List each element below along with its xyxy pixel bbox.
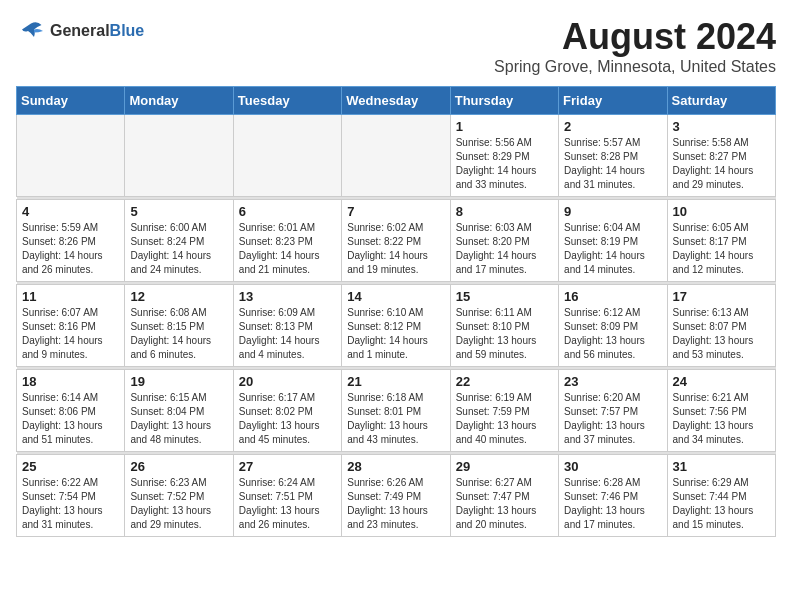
calendar-cell: 3Sunrise: 5:58 AM Sunset: 8:27 PM Daylig…: [667, 115, 775, 197]
calendar-cell: 19Sunrise: 6:15 AM Sunset: 8:04 PM Dayli…: [125, 370, 233, 452]
calendar-cell: 26Sunrise: 6:23 AM Sunset: 7:52 PM Dayli…: [125, 455, 233, 537]
day-info: Sunrise: 6:20 AM Sunset: 7:57 PM Dayligh…: [564, 391, 661, 447]
calendar-cell: [17, 115, 125, 197]
day-number: 29: [456, 459, 553, 474]
calendar-cell: 15Sunrise: 6:11 AM Sunset: 8:10 PM Dayli…: [450, 285, 558, 367]
day-number: 13: [239, 289, 336, 304]
calendar-cell: 10Sunrise: 6:05 AM Sunset: 8:17 PM Dayli…: [667, 200, 775, 282]
col-sunday: Sunday: [17, 87, 125, 115]
day-info: Sunrise: 6:15 AM Sunset: 8:04 PM Dayligh…: [130, 391, 227, 447]
day-number: 9: [564, 204, 661, 219]
calendar-cell: [125, 115, 233, 197]
day-info: Sunrise: 6:12 AM Sunset: 8:09 PM Dayligh…: [564, 306, 661, 362]
calendar-cell: 22Sunrise: 6:19 AM Sunset: 7:59 PM Dayli…: [450, 370, 558, 452]
calendar-cell: 25Sunrise: 6:22 AM Sunset: 7:54 PM Dayli…: [17, 455, 125, 537]
day-number: 2: [564, 119, 661, 134]
day-info: Sunrise: 6:04 AM Sunset: 8:19 PM Dayligh…: [564, 221, 661, 277]
day-info: Sunrise: 6:26 AM Sunset: 7:49 PM Dayligh…: [347, 476, 444, 532]
day-number: 14: [347, 289, 444, 304]
day-info: Sunrise: 6:14 AM Sunset: 8:06 PM Dayligh…: [22, 391, 119, 447]
day-info: Sunrise: 6:18 AM Sunset: 8:01 PM Dayligh…: [347, 391, 444, 447]
col-saturday: Saturday: [667, 87, 775, 115]
day-number: 15: [456, 289, 553, 304]
calendar-cell: 8Sunrise: 6:03 AM Sunset: 8:20 PM Daylig…: [450, 200, 558, 282]
calendar-cell: 4Sunrise: 5:59 AM Sunset: 8:26 PM Daylig…: [17, 200, 125, 282]
day-info: Sunrise: 6:24 AM Sunset: 7:51 PM Dayligh…: [239, 476, 336, 532]
day-number: 1: [456, 119, 553, 134]
day-number: 16: [564, 289, 661, 304]
day-info: Sunrise: 6:19 AM Sunset: 7:59 PM Dayligh…: [456, 391, 553, 447]
day-number: 22: [456, 374, 553, 389]
calendar-cell: [342, 115, 450, 197]
day-number: 17: [673, 289, 770, 304]
day-number: 5: [130, 204, 227, 219]
day-info: Sunrise: 6:29 AM Sunset: 7:44 PM Dayligh…: [673, 476, 770, 532]
day-info: Sunrise: 6:03 AM Sunset: 8:20 PM Dayligh…: [456, 221, 553, 277]
calendar-cell: 30Sunrise: 6:28 AM Sunset: 7:46 PM Dayli…: [559, 455, 667, 537]
day-info: Sunrise: 6:21 AM Sunset: 7:56 PM Dayligh…: [673, 391, 770, 447]
day-number: 27: [239, 459, 336, 474]
calendar-cell: 29Sunrise: 6:27 AM Sunset: 7:47 PM Dayli…: [450, 455, 558, 537]
day-number: 6: [239, 204, 336, 219]
calendar-cell: 14Sunrise: 6:10 AM Sunset: 8:12 PM Dayli…: [342, 285, 450, 367]
calendar-cell: 6Sunrise: 6:01 AM Sunset: 8:23 PM Daylig…: [233, 200, 341, 282]
day-number: 19: [130, 374, 227, 389]
day-info: Sunrise: 6:23 AM Sunset: 7:52 PM Dayligh…: [130, 476, 227, 532]
calendar-cell: 31Sunrise: 6:29 AM Sunset: 7:44 PM Dayli…: [667, 455, 775, 537]
day-number: 18: [22, 374, 119, 389]
col-monday: Monday: [125, 87, 233, 115]
day-info: Sunrise: 6:00 AM Sunset: 8:24 PM Dayligh…: [130, 221, 227, 277]
day-number: 25: [22, 459, 119, 474]
page-header: GeneralBlue August 2024 Spring Grove, Mi…: [16, 16, 776, 76]
day-number: 10: [673, 204, 770, 219]
day-info: Sunrise: 6:28 AM Sunset: 7:46 PM Dayligh…: [564, 476, 661, 532]
calendar-cell: 5Sunrise: 6:00 AM Sunset: 8:24 PM Daylig…: [125, 200, 233, 282]
day-number: 20: [239, 374, 336, 389]
calendar-cell: 16Sunrise: 6:12 AM Sunset: 8:09 PM Dayli…: [559, 285, 667, 367]
logo-icon: [16, 16, 46, 46]
day-info: Sunrise: 5:58 AM Sunset: 8:27 PM Dayligh…: [673, 136, 770, 192]
calendar-cell: [233, 115, 341, 197]
calendar-cell: 11Sunrise: 6:07 AM Sunset: 8:16 PM Dayli…: [17, 285, 125, 367]
day-number: 30: [564, 459, 661, 474]
page-subtitle: Spring Grove, Minnesota, United States: [494, 58, 776, 76]
day-number: 31: [673, 459, 770, 474]
calendar-header-row: Sunday Monday Tuesday Wednesday Thursday…: [17, 87, 776, 115]
day-info: Sunrise: 6:10 AM Sunset: 8:12 PM Dayligh…: [347, 306, 444, 362]
calendar-cell: 2Sunrise: 5:57 AM Sunset: 8:28 PM Daylig…: [559, 115, 667, 197]
day-info: Sunrise: 6:09 AM Sunset: 8:13 PM Dayligh…: [239, 306, 336, 362]
calendar-cell: 23Sunrise: 6:20 AM Sunset: 7:57 PM Dayli…: [559, 370, 667, 452]
calendar-week-5: 25Sunrise: 6:22 AM Sunset: 7:54 PM Dayli…: [17, 455, 776, 537]
day-number: 26: [130, 459, 227, 474]
page-title: August 2024: [494, 16, 776, 58]
calendar-week-1: 1Sunrise: 5:56 AM Sunset: 8:29 PM Daylig…: [17, 115, 776, 197]
day-info: Sunrise: 5:56 AM Sunset: 8:29 PM Dayligh…: [456, 136, 553, 192]
day-info: Sunrise: 6:22 AM Sunset: 7:54 PM Dayligh…: [22, 476, 119, 532]
day-number: 23: [564, 374, 661, 389]
day-info: Sunrise: 6:17 AM Sunset: 8:02 PM Dayligh…: [239, 391, 336, 447]
day-number: 8: [456, 204, 553, 219]
calendar-week-3: 11Sunrise: 6:07 AM Sunset: 8:16 PM Dayli…: [17, 285, 776, 367]
day-info: Sunrise: 6:01 AM Sunset: 8:23 PM Dayligh…: [239, 221, 336, 277]
day-number: 28: [347, 459, 444, 474]
col-thursday: Thursday: [450, 87, 558, 115]
day-info: Sunrise: 6:27 AM Sunset: 7:47 PM Dayligh…: [456, 476, 553, 532]
day-info: Sunrise: 6:02 AM Sunset: 8:22 PM Dayligh…: [347, 221, 444, 277]
col-friday: Friday: [559, 87, 667, 115]
day-number: 11: [22, 289, 119, 304]
calendar-cell: 17Sunrise: 6:13 AM Sunset: 8:07 PM Dayli…: [667, 285, 775, 367]
calendar-cell: 28Sunrise: 6:26 AM Sunset: 7:49 PM Dayli…: [342, 455, 450, 537]
calendar-cell: 18Sunrise: 6:14 AM Sunset: 8:06 PM Dayli…: [17, 370, 125, 452]
calendar-week-2: 4Sunrise: 5:59 AM Sunset: 8:26 PM Daylig…: [17, 200, 776, 282]
col-wednesday: Wednesday: [342, 87, 450, 115]
calendar-cell: 9Sunrise: 6:04 AM Sunset: 8:19 PM Daylig…: [559, 200, 667, 282]
day-info: Sunrise: 6:13 AM Sunset: 8:07 PM Dayligh…: [673, 306, 770, 362]
calendar-cell: 13Sunrise: 6:09 AM Sunset: 8:13 PM Dayli…: [233, 285, 341, 367]
logo-text: GeneralBlue: [50, 22, 144, 40]
calendar-cell: 20Sunrise: 6:17 AM Sunset: 8:02 PM Dayli…: [233, 370, 341, 452]
day-number: 4: [22, 204, 119, 219]
logo: GeneralBlue: [16, 16, 144, 46]
col-tuesday: Tuesday: [233, 87, 341, 115]
calendar-cell: 24Sunrise: 6:21 AM Sunset: 7:56 PM Dayli…: [667, 370, 775, 452]
calendar-cell: 12Sunrise: 6:08 AM Sunset: 8:15 PM Dayli…: [125, 285, 233, 367]
